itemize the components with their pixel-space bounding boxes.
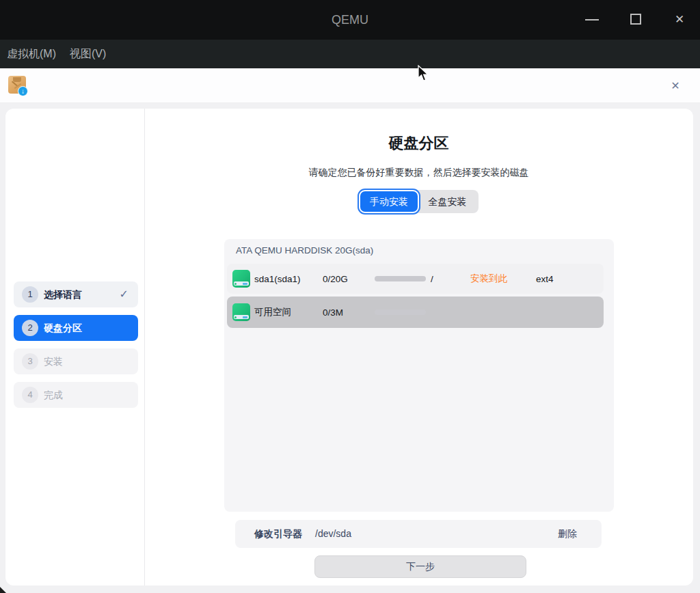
installer-header: ↓ ✕ (0, 68, 700, 103)
disk-title: ATA QEMU HARDDISK 20G(sda) (236, 245, 373, 256)
bootloader-label: 修改引导器 (254, 520, 302, 548)
menu-view[interactable]: 视图(V) (63, 40, 113, 68)
bootloader-device-select[interactable]: /dev/sda (315, 520, 351, 548)
qemu-menubar: 虚拟机(M) 视图(V) (0, 40, 700, 68)
delete-button[interactable]: 删除 (558, 520, 577, 548)
install-mode-switcher: 全盘安装 手动安装 (359, 190, 479, 213)
package-flap (13, 77, 21, 82)
partition-usage-bar (375, 264, 426, 294)
next-step-button[interactable]: 下一步 (314, 555, 526, 578)
close-icon: ✕ (671, 12, 688, 28)
qemu-titlebar: QEMU ✕ (0, 0, 700, 40)
tab-label: 全盘安装 (416, 190, 479, 213)
resize-grip (0, 587, 6, 593)
partition-name: sda1(sda1) (254, 264, 301, 294)
partition-usage: 0/20G (323, 264, 348, 294)
maximize-icon (630, 14, 641, 25)
step-number-badge: 2 (22, 320, 38, 336)
check-icon: ✓ (120, 281, 129, 307)
partition-usage: 0/3M (323, 296, 343, 328)
page-title: 硬盘分区 (144, 133, 693, 154)
step-number-badge: 1 (22, 286, 38, 303)
installer-package-icon: ↓ (8, 74, 27, 95)
installer-main-pane: 硬盘分区 请确定您已备份好重要数据，然后选择要安装的磁盘 全盘安装 手动安装 A… (144, 109, 693, 585)
hard-drive-stripe (234, 315, 249, 319)
installer-close-button[interactable]: ✕ (666, 77, 685, 95)
bootloader-bar: 修改引导器 /dev/sda 删除 (235, 520, 602, 548)
step-label: 选择语言 (44, 281, 82, 307)
step-number-badge: 3 (22, 353, 38, 370)
step-item-disk-partition[interactable]: 2 硬盘分区 (14, 315, 138, 341)
step-label: 硬盘分区 (44, 315, 82, 341)
tab-manual-install[interactable]: 手动安装 (359, 190, 419, 213)
guest-display: ↓ ✕ 1 选择语言 ✓ 2 硬盘分区 3 安装 4 完成 (0, 68, 700, 593)
partition-row-sda1[interactable]: sda1(sda1) 0/20G / 安装到此 ext4 (227, 264, 604, 294)
step-number-badge: 4 (22, 387, 38, 403)
step-label: 安装 (44, 348, 63, 374)
window-maximize-button[interactable] (621, 0, 651, 40)
install-here-link[interactable]: 安装到此 (470, 264, 507, 294)
partition-row-free-space[interactable]: 可用空间 0/3M (227, 296, 604, 328)
step-item-choose-language[interactable]: 1 选择语言 ✓ (14, 281, 138, 307)
step-item-finish[interactable]: 4 完成 (14, 382, 138, 408)
partition-mount-point: / (431, 264, 433, 294)
partition-name: 可用空间 (254, 296, 291, 328)
mouse-cursor (418, 65, 430, 83)
disk-panel: ATA QEMU HARDDISK 20G(sda) sda1(sda1) 0/… (224, 239, 614, 512)
hard-drive-stripe (234, 281, 249, 286)
installer-card: 1 选择语言 ✓ 2 硬盘分区 3 安装 4 完成 硬盘分区 请确定您已备份好重… (5, 109, 693, 585)
partition-usage-bar (375, 296, 426, 328)
step-item-install[interactable]: 3 安装 (14, 348, 138, 374)
page-subtitle: 请确定您已备份好重要数据，然后选择要安装的磁盘 (144, 167, 693, 179)
step-label: 完成 (44, 382, 63, 408)
hard-drive-icon (232, 270, 250, 288)
download-arrow-badge-icon: ↓ (18, 86, 28, 96)
window-close-button[interactable]: ✕ (664, 0, 695, 40)
partition-filesystem: ext4 (536, 264, 554, 294)
minimize-icon (585, 19, 599, 20)
menu-virtual-machine[interactable]: 虚拟机(M) (0, 40, 63, 68)
hard-drive-icon (232, 303, 250, 321)
installer-steps: 1 选择语言 ✓ 2 硬盘分区 3 安装 4 完成 (14, 281, 138, 415)
window-minimize-button[interactable] (577, 0, 607, 40)
